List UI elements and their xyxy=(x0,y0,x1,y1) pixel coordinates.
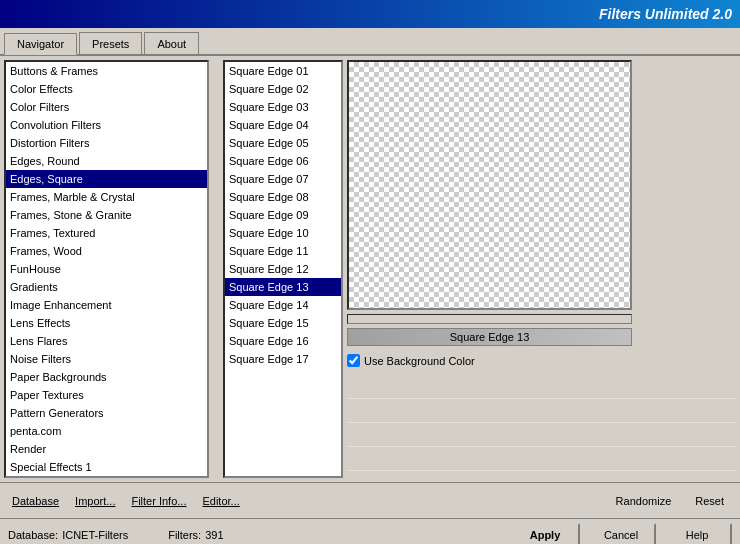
cancel-button[interactable]: Cancel xyxy=(586,523,656,545)
category-panel: Buttons & FramesColor EffectsColor Filte… xyxy=(4,60,219,478)
category-item[interactable]: Color Filters xyxy=(6,98,207,116)
filter-item[interactable]: Square Edge 09 xyxy=(225,206,341,224)
category-item[interactable]: Render xyxy=(6,440,207,458)
filter-item[interactable]: Square Edge 05 xyxy=(225,134,341,152)
empty-row-1 xyxy=(347,375,736,399)
category-item[interactable]: Frames, Textured xyxy=(6,224,207,242)
filter-item[interactable]: Square Edge 03 xyxy=(225,98,341,116)
category-item[interactable]: Pattern Generators xyxy=(6,404,207,422)
category-item[interactable]: Special Effects 1 xyxy=(6,458,207,476)
right-panel: Square Edge 13 Use Background Color xyxy=(347,60,736,478)
preview-area xyxy=(347,60,632,310)
checkered-background xyxy=(349,62,630,308)
category-item[interactable]: Convolution Filters xyxy=(6,116,207,134)
category-item[interactable]: Frames, Wood xyxy=(6,242,207,260)
reset-button[interactable]: Reset xyxy=(687,493,732,509)
import-link[interactable]: Import... xyxy=(71,493,119,509)
title-bar: Filters Unlimited 2.0 xyxy=(0,0,740,28)
category-item[interactable]: Paper Backgrounds xyxy=(6,368,207,386)
filter-item[interactable]: Square Edge 06 xyxy=(225,152,341,170)
category-item[interactable]: Image Enhancement xyxy=(6,296,207,314)
action-buttons: Apply Cancel Help xyxy=(510,523,732,545)
filter-item[interactable]: Square Edge 12 xyxy=(225,260,341,278)
database-status: Database: ICNET-Filters xyxy=(8,529,128,541)
category-item[interactable]: Edges, Round xyxy=(6,152,207,170)
category-item[interactable]: Frames, Marble & Crystal xyxy=(6,188,207,206)
category-item[interactable]: Edges, Square xyxy=(6,170,207,188)
filter-item[interactable]: Square Edge 08 xyxy=(225,188,341,206)
filter-item[interactable]: Square Edge 13 xyxy=(225,278,341,296)
filter-info-link[interactable]: Filter Info... xyxy=(127,493,190,509)
empty-row-3 xyxy=(347,423,736,447)
use-background-color-checkbox[interactable] xyxy=(347,354,360,367)
tab-presets[interactable]: Presets xyxy=(79,32,142,54)
filter-item[interactable]: Square Edge 07 xyxy=(225,170,341,188)
randomize-button[interactable]: Randomize xyxy=(608,493,680,509)
category-item[interactable]: Lens Effects xyxy=(6,314,207,332)
empty-row-4 xyxy=(347,447,736,471)
filter-item[interactable]: Square Edge 10 xyxy=(225,224,341,242)
filter-panel: Square Edge 01Square Edge 02Square Edge … xyxy=(223,60,343,478)
category-item[interactable]: Special Effects 2 xyxy=(6,476,207,478)
category-item[interactable]: FunHouse xyxy=(6,260,207,278)
status-bar: Database: ICNET-Filters Filters: 391 App… xyxy=(0,518,740,544)
category-list[interactable]: Buttons & FramesColor EffectsColor Filte… xyxy=(4,60,209,478)
apply-button[interactable]: Apply xyxy=(510,523,580,545)
editor-link[interactable]: Editor... xyxy=(198,493,243,509)
category-item[interactable]: Paper Textures xyxy=(6,386,207,404)
category-item[interactable]: Gradients xyxy=(6,278,207,296)
filters-status-label: Filters: xyxy=(168,529,201,541)
database-status-label: Database: xyxy=(8,529,58,541)
app-title: Filters Unlimited 2.0 xyxy=(599,6,732,22)
empty-rows xyxy=(347,375,736,478)
category-item[interactable]: penta.com xyxy=(6,422,207,440)
filter-item[interactable]: Square Edge 04 xyxy=(225,116,341,134)
preview-scrollbar[interactable] xyxy=(347,314,632,324)
filter-item[interactable]: Square Edge 01 xyxy=(225,62,341,80)
category-item[interactable]: Frames, Stone & Granite xyxy=(6,206,207,224)
category-item[interactable]: Buttons & Frames xyxy=(6,62,207,80)
help-button[interactable]: Help xyxy=(662,523,732,545)
category-item[interactable]: Noise Filters xyxy=(6,350,207,368)
tab-bar: Navigator Presets About xyxy=(0,28,740,56)
category-item[interactable]: Lens Flares xyxy=(6,332,207,350)
filter-item[interactable]: Square Edge 17 xyxy=(225,350,341,368)
bottom-toolbar: Database Import... Filter Info... Editor… xyxy=(0,482,740,518)
main-content: Buttons & FramesColor EffectsColor Filte… xyxy=(0,56,740,482)
filters-status: Filters: 391 xyxy=(168,529,223,541)
filter-item[interactable]: Square Edge 02 xyxy=(225,80,341,98)
empty-row-2 xyxy=(347,399,736,423)
filter-item[interactable]: Square Edge 16 xyxy=(225,332,341,350)
checkbox-row: Use Background Color xyxy=(347,350,736,371)
filter-item[interactable]: Square Edge 14 xyxy=(225,296,341,314)
tab-about[interactable]: About xyxy=(144,32,199,54)
filter-item[interactable]: Square Edge 15 xyxy=(225,314,341,332)
tab-navigator[interactable]: Navigator xyxy=(4,33,77,55)
filters-status-value: 391 xyxy=(205,529,223,541)
use-background-color-label: Use Background Color xyxy=(364,355,475,367)
preview-label: Square Edge 13 xyxy=(347,328,632,346)
database-link[interactable]: Database xyxy=(8,493,63,509)
category-item[interactable]: Color Effects xyxy=(6,80,207,98)
filter-list[interactable]: Square Edge 01Square Edge 02Square Edge … xyxy=(223,60,343,478)
filter-item[interactable]: Square Edge 11 xyxy=(225,242,341,260)
database-status-value: ICNET-Filters xyxy=(62,529,128,541)
category-item[interactable]: Distortion Filters xyxy=(6,134,207,152)
